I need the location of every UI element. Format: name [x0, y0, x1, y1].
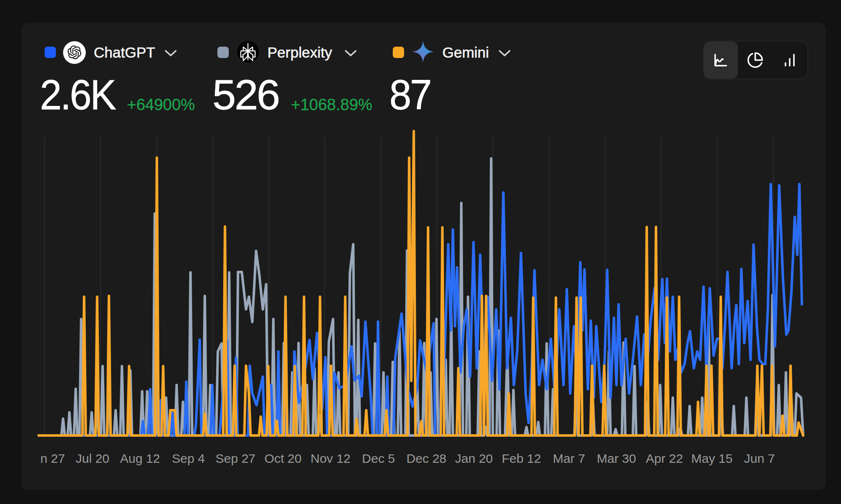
svg-text:Nov 12: Nov 12 [310, 451, 350, 465]
svg-text:Jan 20: Jan 20 [455, 451, 493, 465]
svg-text:n 27: n 27 [40, 451, 65, 465]
svg-text:Oct 20: Oct 20 [264, 451, 301, 465]
svg-text:Feb 12: Feb 12 [502, 451, 541, 465]
svg-text:Jul 20: Jul 20 [76, 451, 109, 465]
svg-text:May 15: May 15 [691, 451, 733, 465]
svg-text:Jun 7: Jun 7 [744, 451, 775, 465]
svg-text:Dec 5: Dec 5 [362, 451, 395, 465]
svg-text:Mar 30: Mar 30 [597, 451, 636, 465]
svg-text:Dec 28: Dec 28 [406, 451, 446, 465]
svg-text:Mar 7: Mar 7 [553, 451, 585, 465]
svg-text:Sep 4: Sep 4 [172, 451, 205, 465]
svg-text:Sep 27: Sep 27 [215, 451, 255, 465]
svg-text:Aug 12: Aug 12 [120, 451, 160, 465]
svg-text:Apr 22: Apr 22 [646, 451, 683, 465]
